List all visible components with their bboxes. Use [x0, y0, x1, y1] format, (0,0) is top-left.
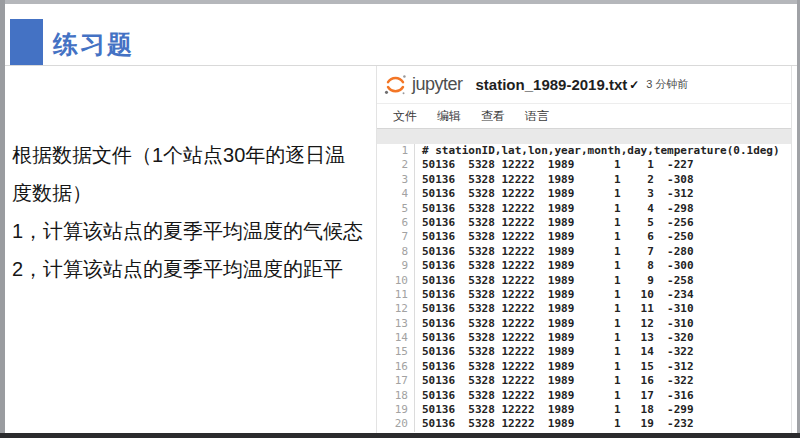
title-accent-square	[10, 19, 43, 65]
menu-item[interactable]: 编辑	[437, 108, 461, 125]
notebook-filename[interactable]: station_1989-2019.txt	[476, 76, 628, 93]
code-line-text: 50136 5328 12222 1989 1 11 -310	[415, 302, 694, 316]
line-number: 10	[377, 274, 415, 288]
line-number: 7	[377, 230, 415, 244]
line-number: 9	[377, 259, 415, 273]
slide-bottom-bar	[0, 433, 800, 438]
exercise-text-line: 1，计算该站点的夏季平均温度的气候态	[12, 212, 382, 250]
code-line: 13 50136 5328 12222 1989 1 12 -310	[377, 317, 791, 331]
line-number: 11	[377, 288, 415, 302]
code-line: 2 50136 5328 12222 1989 1 1 -227	[377, 158, 791, 172]
code-line: 18 50136 5328 12222 1989 1 17 -316	[377, 389, 791, 403]
code-line-text: 50136 5328 12222 1989 1 2 -308	[415, 173, 694, 187]
code-line: 17 50136 5328 12222 1989 1 16 -322	[377, 374, 791, 388]
code-line: 5 50136 5328 12222 1989 1 4 -298	[377, 202, 791, 216]
line-number: 3	[377, 173, 415, 187]
code-line-text: 50136 5328 12222 1989 1 5 -256	[415, 216, 694, 230]
line-number: 6	[377, 216, 415, 230]
line-number: 16	[377, 360, 415, 374]
exercise-text-line: 根据数据文件（1个站点30年的逐日温	[12, 136, 382, 174]
line-number: 12	[377, 302, 415, 316]
code-line: 14 50136 5328 12222 1989 1 13 -320	[377, 331, 791, 345]
code-line-text: 50136 5328 12222 1989 1 1 -227	[415, 158, 694, 172]
code-line: 11 50136 5328 12222 1989 1 10 -234	[377, 288, 791, 302]
menu-item[interactable]: 文件	[393, 108, 417, 125]
code-line-text: 50136 5328 12222 1989 1 9 -258	[415, 274, 694, 288]
code-line-text: 50136 5328 12222 1989 1 4 -298	[415, 202, 694, 216]
line-number: 13	[377, 317, 415, 331]
code-line-text: 50136 5328 12222 1989 1 19 -232	[415, 417, 694, 431]
jupyter-toolbar-strip	[377, 128, 791, 144]
line-number: 20	[377, 417, 415, 431]
code-line-text: 50136 5328 12222 1989 1 18 -299	[415, 403, 694, 417]
code-line: 9 50136 5328 12222 1989 1 8 -300	[377, 259, 791, 273]
code-line-text: 50136 5328 12222 1989 1 10 -234	[415, 288, 694, 302]
code-line-text: 50136 5328 12222 1989 1 14 -322	[415, 345, 694, 359]
exercise-text-line: 度数据）	[12, 174, 382, 212]
code-line: 3 50136 5328 12222 1989 1 2 -308	[377, 173, 791, 187]
code-line-text: 50136 5328 12222 1989 1 15 -312	[415, 360, 694, 374]
jupyter-window: jupyter station_1989-2019.txt ✓ 3 分钟前 文件…	[376, 66, 792, 433]
code-line-text: 50136 5328 12222 1989 1 6 -250	[415, 230, 694, 244]
code-line-text: 50136 5328 12222 1989 1 17 -316	[415, 389, 694, 403]
code-line-text: 50136 5328 12222 1989 1 13 -320	[415, 331, 694, 345]
jupyter-brand: jupyter	[412, 74, 463, 95]
line-number: 18	[377, 389, 415, 403]
line-number: 14	[377, 331, 415, 345]
code-line-text: 50136 5328 12222 1989 1 7 -280	[415, 245, 694, 259]
menu-item[interactable]: 语言	[525, 108, 549, 125]
code-line: 15 50136 5328 12222 1989 1 14 -322	[377, 345, 791, 359]
code-line: 6 50136 5328 12222 1989 1 5 -256	[377, 216, 791, 230]
code-line: 19 50136 5328 12222 1989 1 18 -299	[377, 403, 791, 417]
jupyter-header: jupyter station_1989-2019.txt ✓ 3 分钟前	[377, 66, 791, 103]
code-line: 12 50136 5328 12222 1989 1 11 -310	[377, 302, 791, 316]
line-number: 1	[377, 144, 415, 158]
autosave-status: 3 分钟前	[646, 77, 688, 92]
line-number: 8	[377, 245, 415, 259]
code-line: 20 50136 5328 12222 1989 1 19 -232	[377, 417, 791, 431]
line-number: 2	[377, 158, 415, 172]
code-line-text: 50136 5328 12222 1989 1 16 -322	[415, 374, 694, 388]
code-line-text: 50136 5328 12222 1989 1 3 -312	[415, 187, 694, 201]
exercise-text: 根据数据文件（1个站点30年的逐日温度数据）1，计算该站点的夏季平均温度的气候态…	[12, 136, 382, 288]
code-line: 16 50136 5328 12222 1989 1 15 -312	[377, 360, 791, 374]
code-line: 4 50136 5328 12222 1989 1 3 -312	[377, 187, 791, 201]
line-number: 17	[377, 374, 415, 388]
line-number: 4	[377, 187, 415, 201]
code-line: 8 50136 5328 12222 1989 1 7 -280	[377, 245, 791, 259]
code-line-text: 50136 5328 12222 1989 1 8 -300	[415, 259, 694, 273]
saved-checkmark-icon: ✓	[629, 78, 639, 92]
slide-title: 练习题	[53, 28, 134, 61]
slide-top-edge	[0, 0, 800, 4]
menu-item[interactable]: 查看	[481, 108, 505, 125]
code-line: 10 50136 5328 12222 1989 1 9 -258	[377, 274, 791, 288]
code-line-text: 50136 5328 12222 1989 1 12 -310	[415, 317, 694, 331]
jupyter-menubar: 文件编辑查看语言	[377, 103, 791, 128]
jupyter-logo-icon	[384, 73, 407, 96]
code-line: 1 # stationID,lat,lon,year,month,day,tem…	[377, 144, 791, 158]
text-editor[interactable]: 1 # stationID,lat,lon,year,month,day,tem…	[377, 144, 791, 433]
line-number: 19	[377, 403, 415, 417]
code-line: 7 50136 5328 12222 1989 1 6 -250	[377, 230, 791, 244]
slide: 练习题 根据数据文件（1个站点30年的逐日温度数据）1，计算该站点的夏季平均温度…	[0, 0, 800, 438]
line-number: 15	[377, 345, 415, 359]
code-line-text: # stationID,lat,lon,year,month,day,tempe…	[415, 144, 780, 158]
exercise-text-line: 2，计算该站点的夏季平均温度的距平	[12, 250, 382, 288]
line-number: 5	[377, 202, 415, 216]
